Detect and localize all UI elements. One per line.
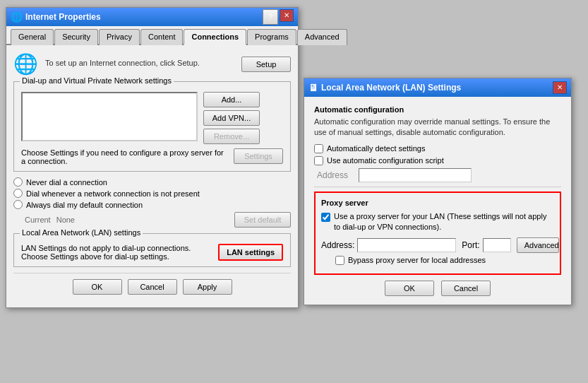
bypass-row[interactable]: Bypass proxy server for local addresses [335, 256, 554, 265]
auto-config-section: Automatic configuration Automatic config… [314, 105, 561, 182]
advanced-button[interactable]: Advanced [517, 237, 559, 253]
never-dial-option[interactable]: Never dial a connection [13, 177, 291, 187]
tab-privacy[interactable]: Privacy [99, 29, 140, 45]
add-button[interactable]: Add... [203, 92, 260, 107]
title-bar: 🌐 Internet Properties ? ✕ [6, 8, 298, 26]
lan-window-title: Local Area Network (LAN) Settings [321, 83, 461, 93]
setup-section: 🌐 To set up an Internet connection, clic… [13, 52, 291, 76]
window-title: Internet Properties [25, 12, 101, 22]
lan-close-button[interactable]: ✕ [553, 81, 567, 94]
proxy-server-title: Proxy server [321, 199, 554, 207]
never-dial-radio[interactable] [13, 177, 23, 187]
address-input-auto[interactable] [359, 168, 472, 182]
dialup-group: Dial-up and Virtual Private Network sett… [13, 81, 291, 172]
auto-detect-label: Automatically detect settings [327, 144, 425, 153]
lan-row: LAN Settings do not apply to dial-up con… [21, 244, 283, 261]
lan-ok-button[interactable]: OK [385, 281, 434, 296]
proxy-port-input[interactable] [483, 238, 511, 252]
tab-advanced[interactable]: Advanced [297, 29, 347, 45]
tab-content[interactable]: Content [140, 29, 184, 45]
choose-settings-text: Choose Settings if you need to configure… [21, 148, 228, 165]
auto-config-desc: Automatic configuration may override man… [314, 117, 561, 139]
proxy-address-input[interactable] [357, 238, 456, 252]
tab-general[interactable]: General [11, 29, 54, 45]
dialup-buttons: Add... Add VPN... Remove... [203, 92, 260, 144]
proxy-server-section: Proxy server Use a proxy server for your… [314, 192, 561, 275]
dial-whenever-label: Dial whenever a network connection is no… [26, 189, 200, 198]
settings-button[interactable]: Settings [234, 148, 283, 164]
dialup-controls: Add... Add VPN... Remove... [21, 92, 283, 144]
dial-whenever-option[interactable]: Dial whenever a network connection is no… [13, 189, 291, 198]
auto-script-row[interactable]: Use automatic configuration script [314, 156, 561, 165]
internet-properties-window: 🌐 Internet Properties ? ✕ General Securi… [6, 7, 299, 308]
help-button[interactable]: ? [263, 9, 278, 25]
setup-button[interactable]: Setup [241, 57, 291, 72]
tab-programs[interactable]: Programs [247, 29, 296, 45]
remove-button[interactable]: Remove... [203, 129, 260, 144]
cancel-button[interactable]: Cancel [128, 279, 177, 295]
auto-detect-row[interactable]: Automatically detect settings [314, 144, 561, 153]
proxy-address-row: Address: Port: Advanced [321, 237, 554, 253]
add-vpn-button[interactable]: Add VPN... [203, 110, 260, 126]
window-icon: 🌐 [11, 11, 23, 23]
bypass-label: Bypass proxy server for local addresses [348, 256, 486, 264]
separator [314, 187, 561, 187]
current-label: Current [25, 216, 51, 224]
settings-section: Choose Settings if you need to configure… [21, 148, 283, 165]
lan-group-title: Local Area Network (LAN) settings [20, 228, 143, 237]
title-bar-controls: ? ✕ [263, 9, 294, 25]
connections-content: 🌐 To set up an Internet connection, clic… [6, 45, 298, 307]
always-dial-radio[interactable] [13, 200, 23, 209]
proxy-port-label: Port: [462, 240, 479, 250]
always-dial-option[interactable]: Always dial my default connection [13, 200, 291, 209]
always-dial-label: Always dial my default connection [26, 201, 143, 209]
lan-window-icon: 🖥 [308, 82, 318, 93]
proxy-check-row[interactable]: Use a proxy server for your LAN (These s… [321, 211, 554, 233]
title-bar-left: 🌐 Internet Properties [11, 11, 101, 23]
apply-button[interactable]: Apply [183, 279, 232, 295]
lan-title-bar: 🖥 Local Area Network (LAN) Settings ✕ [304, 78, 571, 97]
auto-detect-checkbox[interactable] [314, 144, 323, 153]
tab-security[interactable]: Security [54, 29, 98, 45]
set-default-button[interactable]: Set default [234, 212, 291, 228]
lan-settings-dialog: 🖥 Local Area Network (LAN) Settings ✕ Au… [304, 78, 572, 305]
bypass-checkbox[interactable] [335, 256, 344, 265]
lan-title-left: 🖥 Local Area Network (LAN) Settings [308, 82, 461, 93]
dialup-title: Dial-up and Virtual Private Network sett… [20, 76, 174, 85]
dial-whenever-radio[interactable] [13, 189, 23, 198]
auto-script-checkbox[interactable] [314, 156, 323, 165]
proxy-address-label: Address: [321, 240, 354, 250]
lan-title-controls: ✕ [553, 81, 567, 94]
lan-text: LAN Settings do not apply to dial-up con… [21, 244, 218, 261]
setup-text: To set up an Internet connection, click … [45, 59, 234, 67]
tab-bar: General Security Privacy Content Connect… [6, 26, 298, 45]
lan-content: Automatic configuration Automatic config… [304, 97, 571, 305]
auto-config-title: Automatic configuration [314, 105, 561, 114]
current-row: Current None Set default [13, 212, 291, 228]
dial-section: Never dial a connection Dial whenever a … [13, 177, 291, 228]
dialup-list[interactable] [21, 92, 198, 141]
ok-button[interactable]: OK [73, 279, 122, 295]
auto-script-label: Use automatic configuration script [327, 156, 444, 165]
current-value: None [56, 216, 75, 224]
proxy-check-label: Use a proxy server for your LAN (These s… [334, 211, 554, 233]
close-button[interactable]: ✕ [280, 9, 294, 22]
never-dial-label: Never dial a connection [26, 178, 107, 187]
lan-group: Local Area Network (LAN) settings LAN Se… [13, 233, 291, 267]
globe-icon: 🌐 [13, 52, 38, 76]
tab-connections[interactable]: Connections [184, 29, 246, 45]
lan-cancel-button[interactable]: Cancel [441, 281, 491, 296]
lan-settings-button[interactable]: LAN settings [218, 244, 283, 261]
proxy-checkbox[interactable] [321, 213, 330, 222]
bottom-bar: OK Cancel Apply [13, 273, 291, 300]
address-label: Address [317, 170, 356, 180]
address-row: Address [317, 168, 561, 182]
lan-bottom-bar: OK Cancel [314, 281, 561, 296]
